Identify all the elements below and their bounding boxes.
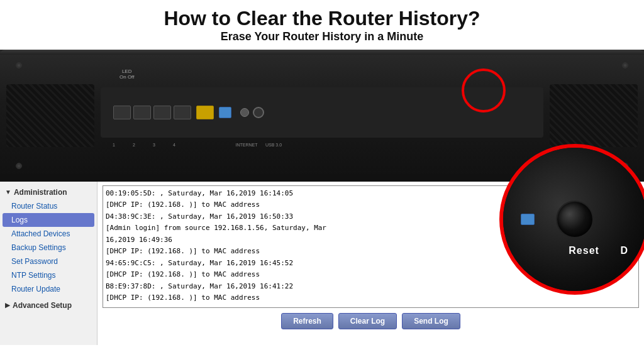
sidebar-item-router-update[interactable]: Router Update: [0, 282, 97, 296]
internet-port: [196, 106, 214, 119]
sidebar-section-admin[interactable]: ▼ Administration: [0, 185, 97, 199]
sidebar-section-advanced[interactable]: ▶ Advanced Setup: [0, 299, 97, 312]
screw-tl: [16, 62, 22, 69]
sidebar-item-router-status[interactable]: Router Status: [0, 199, 97, 213]
usb-port: [219, 107, 231, 118]
power-button: [253, 107, 264, 118]
page-title: How to Clear the Router History?: [0, 8, 644, 30]
sidebar-section-advanced-label: Advanced Setup: [13, 301, 72, 310]
ethernet-ports: [113, 106, 191, 119]
eth-port-2: [133, 106, 151, 119]
led-label: LEDOn Off: [119, 69, 134, 80]
clear-log-button[interactable]: Clear Log: [338, 313, 397, 329]
screw-tr: [622, 62, 628, 69]
port-label-3: 3: [144, 143, 164, 147]
reset-area-usb-port: [521, 214, 535, 225]
port-label-2: 2: [124, 143, 144, 147]
internet-port-label: INTERNET: [234, 143, 259, 147]
sidebar-item-logs[interactable]: Logs: [3, 213, 94, 227]
screw-bl: [16, 163, 22, 169]
eth-port-3: [153, 106, 171, 119]
sidebar-item-attached-devices[interactable]: Attached Devices: [0, 227, 97, 241]
router-port-panel: [101, 87, 543, 138]
page-header: How to Clear the Router History? Erase Y…: [0, 0, 644, 50]
eth-port-1: [113, 106, 131, 119]
log-line: [DHCP IP: (192.168. )] to MAC address: [106, 293, 636, 304]
reset-hole: [556, 200, 594, 238]
router-vent-right: [550, 84, 638, 147]
log-buttons: Refresh Clear Log Send Log: [103, 313, 639, 329]
port-label-4: 4: [164, 143, 184, 147]
port-label-1: 1: [104, 143, 124, 147]
router-vent-left: [6, 84, 94, 147]
bottom-area: ▼ Administration Router Status Logs Atta…: [0, 182, 644, 345]
refresh-button[interactable]: Refresh: [281, 313, 333, 329]
arrow-icon: ▼: [5, 189, 11, 195]
d-text-label: D: [620, 245, 628, 256]
port-number-labels: 1 2 3 4: [104, 143, 184, 147]
router-top-edge: [0, 50, 644, 55]
page-subtitle: Erase Your Router History in a Minute: [0, 30, 644, 44]
send-log-button[interactable]: Send Log: [402, 313, 460, 329]
eth-port-4: [174, 106, 191, 119]
reset-text-label: Reset: [569, 245, 599, 256]
sidebar-item-ntp-settings[interactable]: NTP Settings: [0, 268, 97, 282]
reset-circle-inner: Reset D: [503, 148, 644, 291]
reset-big-circle: Reset D: [499, 144, 644, 295]
usb-port-label: USB 3.0: [263, 143, 284, 147]
sidebar: ▼ Administration Router Status Logs Atta…: [0, 182, 97, 345]
arrow-icon-2: ▶: [5, 302, 10, 309]
sidebar-section-admin-label: Administration: [14, 188, 67, 197]
sidebar-item-backup-settings[interactable]: Backup Settings: [0, 241, 97, 255]
sidebar-item-set-password[interactable]: Set Password: [0, 255, 97, 268]
reset-button: [240, 108, 249, 117]
